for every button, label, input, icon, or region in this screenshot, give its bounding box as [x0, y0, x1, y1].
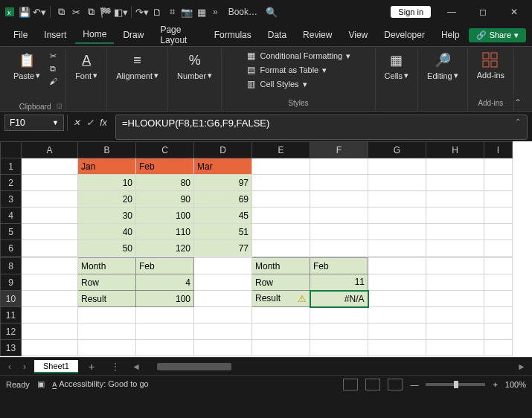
cell-B9[interactable]: Row [78, 274, 136, 291]
col-header-I[interactable]: I [484, 142, 513, 158]
cell-B2[interactable]: 10 [78, 175, 136, 191]
cell-F2[interactable] [310, 175, 368, 191]
cell-B5[interactable]: 40 [78, 224, 136, 240]
cell-D3[interactable]: 69 [194, 191, 252, 208]
cell-A3[interactable] [22, 191, 78, 208]
cell-E6[interactable] [252, 240, 310, 257]
cell-H11[interactable] [426, 307, 484, 324]
row-header-5[interactable]: 5 [1, 224, 22, 240]
cell-G1[interactable] [368, 158, 426, 175]
cell-D10[interactable] [194, 291, 252, 307]
minimize-button[interactable]: — [437, 1, 467, 22]
cell-B1[interactable]: Jan [78, 158, 136, 175]
cell-H5[interactable] [426, 224, 484, 240]
cut-mini-icon[interactable]: ✂ [46, 50, 60, 62]
cell-C1[interactable]: Feb [136, 158, 194, 175]
qat-icon-4[interactable]: ⌗ [165, 5, 179, 19]
tab-next-icon[interactable]: › [19, 361, 30, 372]
formula-input[interactable]: =HLOOKUP(F8,E1:G6,F9,FALSE) ⌃ [115, 115, 528, 140]
cell-B3[interactable]: 20 [78, 191, 136, 208]
cell-B12[interactable] [78, 324, 136, 340]
cell-E5[interactable] [252, 224, 310, 240]
row-header-8[interactable]: 8 [1, 258, 22, 274]
cell-I9[interactable] [484, 274, 513, 291]
sheet-tab-1[interactable]: Sheet1 [34, 360, 78, 373]
cell-E2[interactable] [252, 175, 310, 191]
cell-C12[interactable] [136, 324, 194, 340]
cell-I3[interactable] [484, 191, 513, 208]
clipboard-launcher-icon[interactable]: ◲ [57, 103, 63, 109]
cell-I12[interactable] [484, 324, 513, 340]
cell-I11[interactable] [484, 307, 513, 324]
row-header-2[interactable]: 2 [1, 175, 22, 191]
menu-draw[interactable]: Draw [115, 27, 151, 43]
cell-F10[interactable]: #N/A [310, 291, 368, 307]
addins-button[interactable]: Add-ins [474, 50, 507, 81]
cell-H3[interactable] [426, 191, 484, 208]
cell-G6[interactable] [368, 240, 426, 257]
cell-I4[interactable] [484, 208, 513, 224]
close-button[interactable]: ✕ [499, 1, 529, 22]
cell-A12[interactable] [22, 324, 78, 340]
qat-icon-5[interactable]: ▦ [195, 5, 208, 19]
horizontal-scrollbar[interactable]: ◄ ► [130, 360, 528, 373]
error-warning-icon[interactable]: ⚠ [298, 293, 307, 304]
cell-C5[interactable]: 110 [136, 224, 194, 240]
cell-G10[interactable] [368, 291, 426, 307]
cell-D5[interactable]: 51 [194, 224, 252, 240]
cell-D6[interactable]: 77 [194, 240, 252, 257]
cell-C3[interactable]: 90 [136, 191, 194, 208]
cell-H13[interactable] [426, 340, 484, 356]
cell-H2[interactable] [426, 175, 484, 191]
cell-I13[interactable] [484, 340, 513, 356]
zoom-level[interactable]: 100% [505, 380, 526, 389]
alignment-button[interactable]: ≡Alignment ▾ [113, 50, 161, 82]
cell-G13[interactable] [368, 340, 426, 356]
cell-F3[interactable] [310, 191, 368, 208]
camera-icon[interactable]: 📷 [180, 5, 193, 19]
cell-D1[interactable]: Mar [194, 158, 252, 175]
cell-F9[interactable]: 11 [310, 274, 368, 291]
cell-F5[interactable] [310, 224, 368, 240]
cell-G12[interactable] [368, 324, 426, 340]
cell-C13[interactable] [136, 340, 194, 356]
col-header-D[interactable]: D [194, 142, 252, 158]
tab-options-icon[interactable]: ⋮ [105, 361, 126, 372]
col-header-H[interactable]: H [426, 142, 484, 158]
cell-A11[interactable] [22, 307, 78, 324]
copy-icon[interactable]: ⧉ [84, 5, 97, 19]
cell-B4[interactable]: 30 [78, 208, 136, 224]
menu-review[interactable]: Review [295, 27, 339, 43]
cut-icon[interactable]: ✂ [69, 5, 83, 19]
cell-A10[interactable] [22, 291, 78, 307]
cell-F6[interactable] [310, 240, 368, 257]
font-button[interactable]: AFont ▾ [72, 50, 100, 82]
cell-E10[interactable]: Result⚠ [252, 291, 310, 307]
cell-G11[interactable] [368, 307, 426, 324]
cell-D8[interactable] [194, 258, 252, 274]
col-header-G[interactable]: G [368, 142, 426, 158]
cell-I1[interactable] [484, 158, 513, 175]
cell-F8[interactable]: Feb [310, 258, 368, 274]
share-button[interactable]: 🔗 Share ▾ [469, 28, 526, 42]
cell-D2[interactable]: 97 [194, 175, 252, 191]
cell-I2[interactable] [484, 175, 513, 191]
cell-E1[interactable] [252, 158, 310, 175]
cell-H12[interactable] [426, 324, 484, 340]
cell-A13[interactable] [22, 340, 78, 356]
row-header-10[interactable]: 10 [1, 291, 22, 307]
cell-D11[interactable] [194, 307, 252, 324]
col-header-F[interactable]: F [310, 142, 368, 158]
paste-button[interactable]: 📋 Paste ▾ [10, 50, 43, 82]
zoom-in-icon[interactable]: + [493, 380, 497, 389]
scroll-right-icon[interactable]: ► [516, 361, 528, 372]
enter-formula-icon[interactable]: ✓ [84, 118, 96, 128]
col-header-B[interactable]: B [78, 142, 136, 158]
cell-I8[interactable] [484, 258, 513, 274]
redo-icon[interactable]: ↷▾ [135, 5, 149, 19]
new-icon[interactable]: 🗋 [150, 5, 164, 19]
cell-A6[interactable] [22, 240, 78, 257]
cell-G3[interactable] [368, 191, 426, 208]
name-box-dropdown-icon[interactable]: ▼ [52, 119, 59, 126]
cell-F4[interactable] [310, 208, 368, 224]
